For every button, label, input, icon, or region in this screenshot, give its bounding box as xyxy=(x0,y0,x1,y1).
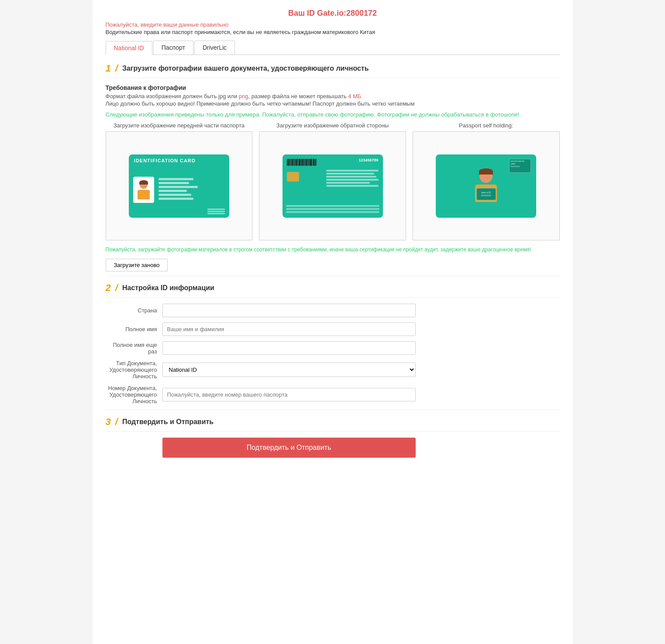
section2-title: Настройка ID информации xyxy=(122,284,214,292)
card-info-line4 xyxy=(158,190,187,192)
card-title: IDENTIFICATION CARD xyxy=(134,158,196,163)
label-doctype: Тип Документа, Удостоверяющего Личность xyxy=(106,360,162,380)
notice2: Водительские права или паспорт принимают… xyxy=(106,29,560,35)
upload-label-selfie: Passport self holding: xyxy=(459,122,513,129)
select-doctype[interactable]: National ID Паспорт DriverLic xyxy=(162,363,416,377)
label-fullname2: Полное имя еще раз xyxy=(106,342,162,355)
photo-requirements: Требования к фотографии Формат файла изо… xyxy=(106,84,560,107)
header-id-label: Ваш ID Gate.io: xyxy=(288,9,346,17)
section2-slash: / xyxy=(115,282,118,294)
tabs: National ID Паспорт DriverLic xyxy=(106,41,560,55)
page-wrapper: Ваш ID Gate.io:2800172 Пожалуйста, введи… xyxy=(93,0,573,644)
selfie-hair xyxy=(479,168,493,175)
selfie-held-card: gate.io IDXXXXXXX xyxy=(476,188,496,200)
section3-header: 3 / Подтвердить и Отправить xyxy=(106,416,560,432)
section1-slash: / xyxy=(115,63,118,74)
upload-label-front: Загрузите изображение передней части пас… xyxy=(114,122,245,129)
section1-title: Загрузите фотографии вашего документа, у… xyxy=(122,65,369,72)
input-country[interactable] xyxy=(162,304,416,317)
card-info-line2 xyxy=(158,182,189,184)
photo-req-line2: Лицо должно быть хорошо видно! Примечани… xyxy=(106,100,560,107)
form-row-docnumber: Номер Документа, Удостоверяющего Личност… xyxy=(106,385,560,404)
tab-national-id[interactable]: National ID xyxy=(106,41,152,55)
avatar-hair xyxy=(139,180,148,185)
label-country: Страна xyxy=(106,307,162,314)
divider2 xyxy=(106,410,560,410)
header-id-value: 2800172 xyxy=(346,9,377,17)
submit-button[interactable]: Подтвердить и Отправить xyxy=(162,438,416,458)
card-info-line3 xyxy=(158,186,198,188)
section2-number: 2 xyxy=(106,282,111,294)
header-id: Ваш ID Gate.io:2800172 xyxy=(106,9,560,18)
upload-box-front[interactable]: IDENTIFICATION CARD xyxy=(106,131,253,240)
selfie-card-text: gate.io IDXXXXXXX xyxy=(481,191,491,197)
example-notice: Следующие изображения приведены только д… xyxy=(106,111,560,118)
section2-header: 2 / Настройка ID информации xyxy=(106,282,560,298)
selfie-illustration: gate.io IDXXXXXXX IDENTIFICATIONCARDXXXX… xyxy=(436,154,536,218)
section1-header: 1 / Загрузите фотографии вашего документ… xyxy=(106,63,560,78)
barcode-line1 xyxy=(207,209,225,210)
back-id-number: 123456789 xyxy=(358,158,378,162)
barcode-line2 xyxy=(207,211,225,212)
form-section: Страна Полное имя Полное имя еще раз Тип… xyxy=(106,304,560,404)
photo-req-title: Требования к фотографии xyxy=(106,84,560,91)
upload-section: Загрузите изображение передней части пас… xyxy=(106,122,560,240)
tab-passport[interactable]: Паспорт xyxy=(153,41,193,55)
back-lines xyxy=(326,170,379,188)
avatar-person xyxy=(136,181,152,203)
upload-col-back: Загрузите изображение обратной стороны xyxy=(259,122,406,240)
upload-label-back: Загрузите изображение обратной стороны xyxy=(276,122,389,129)
section1-number: 1 xyxy=(106,63,111,74)
upload-col-front: Загрузите изображение передней части пас… xyxy=(106,122,253,240)
reload-button[interactable]: Загрузите заново xyxy=(106,259,168,271)
id-card-back-illustration: 123456789 xyxy=(283,154,383,218)
card-info-line5 xyxy=(158,194,191,196)
tab-driverlic[interactable]: DriverLic xyxy=(194,41,235,55)
upload-warning: Пожалуйста, загружайте фотографии матери… xyxy=(106,247,560,253)
avatar-head xyxy=(140,181,148,189)
form-row-doctype: Тип Документа, Удостоверяющего Личность … xyxy=(106,360,560,380)
card-info-line1 xyxy=(158,178,193,180)
upload-box-selfie[interactable]: gate.io IDXXXXXXX IDENTIFICATIONCARDXXXX… xyxy=(413,131,560,240)
form-row-fullname2: Полное имя еще раз xyxy=(106,341,560,355)
section3-number: 3 xyxy=(106,416,111,428)
notice1: Пожалуйста, введите ваши данные правильн… xyxy=(106,21,560,28)
label-docnumber: Номер Документа, Удостоверяющего Личност… xyxy=(106,385,162,404)
back-mrz xyxy=(286,205,379,214)
selfie-body: gate.io IDXXXXXXX xyxy=(475,185,497,202)
id-card-avatar xyxy=(133,177,154,203)
section3-title: Подтвердить и Отправить xyxy=(122,418,214,426)
selfie-head xyxy=(479,170,493,183)
barcode-line3 xyxy=(207,213,225,214)
upload-box-back[interactable]: 123456789 xyxy=(259,131,406,240)
card-barcode-area xyxy=(207,209,225,214)
card-info-line6 xyxy=(158,198,193,200)
id-card-front-illustration: IDENTIFICATION CARD xyxy=(129,154,229,218)
form-row-fullname: Полное имя xyxy=(106,322,560,336)
card-info xyxy=(158,178,198,202)
avatar-body xyxy=(138,190,150,199)
label-fullname: Полное имя xyxy=(106,326,162,332)
input-docnumber[interactable] xyxy=(162,388,416,401)
section3-slash: / xyxy=(115,416,118,428)
back-chip xyxy=(287,172,299,182)
selfie-person: gate.io IDXXXXXXX xyxy=(475,170,497,202)
upload-col-selfie: Passport self holding: gate.io IDXXXXXXX xyxy=(413,122,560,240)
input-fullname[interactable] xyxy=(162,322,416,336)
photo-req-line1: Формат файла изображения должен быть jpg… xyxy=(106,93,560,99)
input-fullname2[interactable] xyxy=(162,341,416,355)
selfie-floating-card: IDENTIFICATIONCARDXXXXXXXX xyxy=(509,159,531,173)
divider1 xyxy=(106,276,560,276)
form-row-country: Страна xyxy=(106,304,560,317)
